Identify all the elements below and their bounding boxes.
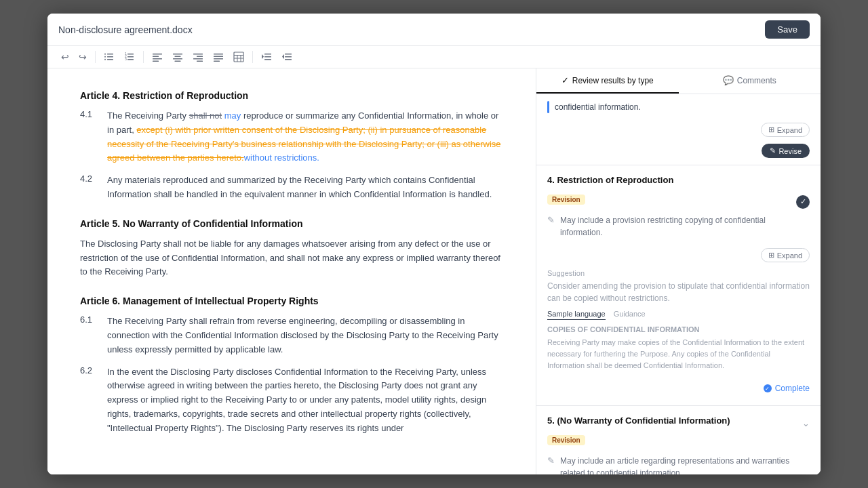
svg-rect-14 xyxy=(153,58,162,60)
edit-icon: ✎ xyxy=(547,215,555,225)
guidance-tab[interactable]: Guidance xyxy=(614,310,646,320)
complete-button[interactable]: ✓ Complete xyxy=(764,381,810,396)
para4-2-num: 4.2 xyxy=(80,174,99,202)
sample-language-tab[interactable]: Sample language xyxy=(547,310,606,320)
para4-2-text: Any materials reproduced and summarized … xyxy=(107,174,503,202)
svg-rect-8 xyxy=(127,59,134,60)
section4-number: 4. xyxy=(547,175,555,185)
blue-bar-indicator xyxy=(547,101,549,113)
svg-rect-33 xyxy=(264,54,271,55)
sample-content: COPIES OF CONFIDENTIAL INFORMATION Recei… xyxy=(547,324,810,371)
top-blue-bar: confidential information. xyxy=(547,101,810,113)
section5-title-text: (No Warranty of Confidential Information… xyxy=(557,415,730,426)
link-without-restrictions[interactable]: without restrictions. xyxy=(244,152,319,163)
right-tabs: ✓ Review results by type 💬 Comments xyxy=(536,68,821,94)
svg-rect-23 xyxy=(197,61,203,62)
svg-rect-2 xyxy=(107,59,113,60)
align-center-button[interactable] xyxy=(170,50,186,64)
section5-number: 5. xyxy=(547,415,555,426)
ordered-list-button[interactable]: 123 xyxy=(121,50,138,64)
top-excerpt-content: confidential information. xyxy=(555,101,810,113)
section4-expand-button[interactable]: ⊞ Expand xyxy=(761,248,810,262)
svg-rect-35 xyxy=(264,59,271,60)
svg-text:3: 3 xyxy=(125,57,127,61)
top-revise-button[interactable]: ✎ Revise xyxy=(762,144,810,158)
svg-rect-22 xyxy=(193,58,203,60)
outdent-button[interactable] xyxy=(279,50,295,64)
top-expand-label: Expand xyxy=(777,126,802,134)
complete-label: Complete xyxy=(775,384,810,393)
redo-button[interactable]: ↪ xyxy=(76,50,90,64)
svg-rect-12 xyxy=(153,54,162,55)
check-icon: ✓ xyxy=(561,75,569,85)
article4-para1: 4.1 The Receiving Party shall not may re… xyxy=(80,109,503,165)
svg-point-5 xyxy=(104,59,106,60)
right-panel: ✓ Review results by type 💬 Comments conf… xyxy=(536,68,821,474)
sample-title: COPIES OF CONFIDENTIAL INFORMATION xyxy=(547,324,810,336)
article5-section: Article 5. No Warranty of Confidential I… xyxy=(80,218,503,279)
top-excerpt: confidential information. ⊞ Expand ✎ Rev… xyxy=(536,94,821,165)
indent-button[interactable] xyxy=(258,50,275,64)
section5-header-row: 5. (No Warranty of Confidential Informat… xyxy=(547,415,810,431)
section5-chevron[interactable]: ⌄ xyxy=(802,418,810,428)
table-button[interactable] xyxy=(231,50,247,64)
section5-tag: Revision xyxy=(547,435,585,445)
svg-rect-19 xyxy=(175,61,181,62)
tab-comments[interactable]: 💬 Comments xyxy=(679,68,821,94)
tab-review-label: Review results by type xyxy=(572,76,654,85)
article5-text: The Disclosing Party shall not be liable… xyxy=(80,237,503,279)
svg-rect-0 xyxy=(107,54,113,55)
section4-title: 4. Restriction of Reproduction xyxy=(547,175,673,185)
review-section4: 4. Restriction of Reproduction Revision … xyxy=(536,165,821,406)
comment-icon: 💬 xyxy=(723,75,734,85)
svg-marker-36 xyxy=(262,54,264,59)
unordered-list-button[interactable] xyxy=(101,50,117,64)
para4-1-num: 4.1 xyxy=(80,109,99,165)
article6-para1: 6.1 The Receiving Party shall refrain fr… xyxy=(80,314,503,357)
toolbar-divider-3 xyxy=(252,51,253,63)
svg-rect-1 xyxy=(107,56,113,58)
section5-revision-text: May include an article regarding represe… xyxy=(560,455,810,474)
top-expand-button[interactable]: ⊞ Expand xyxy=(761,123,810,137)
save-button[interactable]: Save xyxy=(765,20,810,39)
revise-icon-top: ✎ xyxy=(770,146,776,155)
document-panel[interactable]: Article 4. Restriction of Reproduction 4… xyxy=(47,68,536,474)
svg-rect-7 xyxy=(127,56,134,58)
article4-heading: Article 4. Restriction of Reproduction xyxy=(80,90,503,101)
align-left-button[interactable] xyxy=(149,50,165,64)
svg-point-4 xyxy=(104,56,106,58)
svg-rect-27 xyxy=(214,61,220,62)
doc-title: Non-disclosure agreement.docx xyxy=(58,24,757,35)
main: Article 4. Restriction of Reproduction 4… xyxy=(47,68,821,474)
article6-heading: Article 6. Management of Intellectual Pr… xyxy=(80,296,503,306)
svg-rect-6 xyxy=(127,54,134,55)
svg-marker-40 xyxy=(282,54,284,59)
svg-rect-25 xyxy=(214,56,223,58)
top-excerpt-text: confidential information. xyxy=(555,101,810,113)
svg-rect-16 xyxy=(173,54,182,55)
review-section5: 5. (No Warranty of Confidential Informat… xyxy=(536,406,821,474)
tab-review[interactable]: ✓ Review results by type xyxy=(536,68,679,94)
svg-rect-20 xyxy=(193,54,203,55)
align-right-button[interactable] xyxy=(190,50,206,64)
section5-title: 5. (No Warranty of Confidential Informat… xyxy=(547,415,730,426)
link-may[interactable]: may xyxy=(224,110,241,121)
section4-check: ✓ xyxy=(796,195,810,209)
article4-para2: 4.2 Any materials reproduced and summari… xyxy=(80,174,503,202)
section4-tag: Revision xyxy=(547,195,585,205)
strike1: shall not xyxy=(189,110,222,121)
justify-button[interactable] xyxy=(210,50,226,64)
top-revise-label: Revise xyxy=(778,147,802,155)
svg-rect-26 xyxy=(214,58,223,60)
suggestion-label: Suggestion xyxy=(547,269,810,277)
suggestion-text: Consider amending the provision to stipu… xyxy=(547,280,810,304)
article6-para2: 6.2 In the event the Disclosing Party di… xyxy=(80,365,503,436)
complete-dot: ✓ xyxy=(764,384,772,392)
undo-button[interactable]: ↩ xyxy=(58,50,72,64)
svg-rect-13 xyxy=(153,56,159,58)
para6-1-text: The Receiving Party shall refrain from r… xyxy=(107,314,503,357)
sample-tabs: Sample language Guidance xyxy=(547,310,810,320)
svg-rect-28 xyxy=(234,52,243,62)
svg-rect-15 xyxy=(153,61,159,62)
svg-rect-18 xyxy=(173,58,182,60)
